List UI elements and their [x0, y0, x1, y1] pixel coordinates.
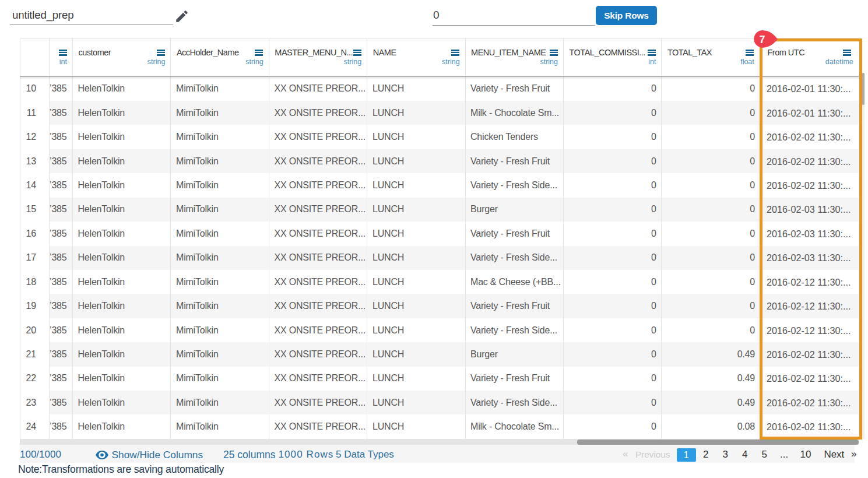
svg-text:7: 7	[759, 34, 765, 45]
